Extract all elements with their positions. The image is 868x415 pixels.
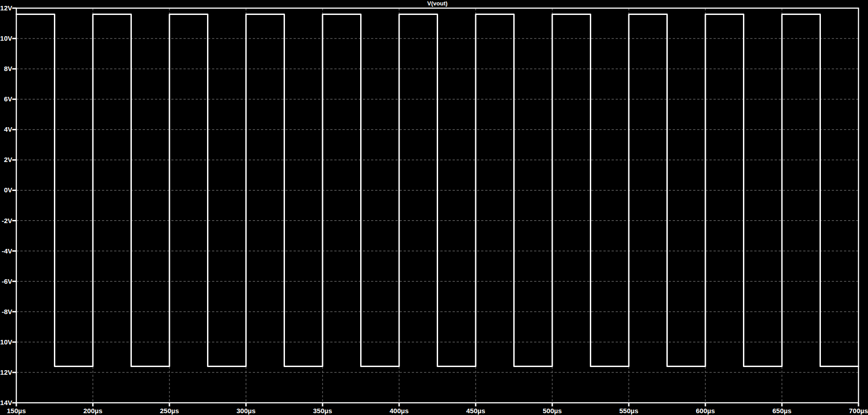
x-tick-label: 200µs <box>83 407 102 415</box>
y-tick-label: -10V <box>0 338 12 346</box>
x-tick-label: 400µs <box>390 407 409 415</box>
y-tick-label: 10V <box>0 34 12 42</box>
y-tick-label: 4V <box>4 125 12 133</box>
y-tick-label: 8V <box>4 65 12 72</box>
y-tick-label: -6V <box>2 277 12 285</box>
x-tick-label: 650µs <box>772 407 791 415</box>
x-tick-label: 150µs <box>7 407 26 415</box>
y-tick-label: -12V <box>0 368 12 376</box>
y-tick-label: 12V <box>0 4 12 12</box>
y-tick-label: 2V <box>4 156 12 163</box>
x-tick-label: 700µs <box>849 407 868 415</box>
waveform-viewer-pane: V(vout) 12V10V8V6V4V2V0V-2V-4V-6V-8V-10V… <box>0 0 868 415</box>
x-tick-label: 300µs <box>236 407 256 415</box>
y-tick-label: -2V <box>2 217 12 224</box>
y-tick-label: -4V <box>2 247 12 255</box>
waveform-plot-area[interactable]: 12V10V8V6V4V2V0V-2V-4V-6V-8V-10V-12V-14V… <box>0 0 868 415</box>
x-tick-label: 550µs <box>619 407 638 415</box>
y-tick-label: -14V <box>0 399 12 406</box>
y-tick-label: 0V <box>4 186 12 194</box>
x-tick-label: 450µs <box>466 407 485 415</box>
x-tick-label: 600µs <box>696 407 715 415</box>
y-tick-label: 6V <box>4 95 12 103</box>
y-tick-label: -8V <box>2 308 12 315</box>
x-tick-label: 250µs <box>160 407 179 415</box>
x-tick-label: 500µs <box>543 407 562 415</box>
x-tick-label: 350µs <box>313 407 332 415</box>
waveform-trace-vout[interactable] <box>16 14 858 366</box>
